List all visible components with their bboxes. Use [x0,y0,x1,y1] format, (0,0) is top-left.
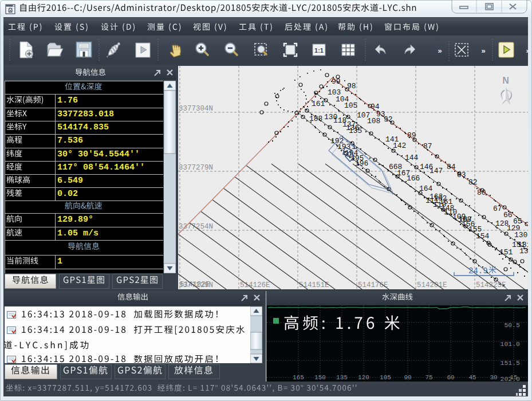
svg-text:87: 87 [423,142,432,151]
svg-text:1: 1 [352,143,356,151]
svg-text:82: 82 [468,178,478,187]
svg-text:»: » [481,46,485,55]
svg-text:514201E: 514201E [417,281,447,289]
svg-text:151: 151 [499,248,513,257]
svg-text:3377254N: 3377254N [179,223,213,231]
svg-text:99: 99 [332,77,341,86]
svg-text:514151E: 514151E [299,281,329,289]
svg-text:161: 161 [312,100,325,108]
svg-text:90: 90 [404,374,411,381]
svg-text:67: 67 [493,205,502,213]
svg-text:101.0: 101.0 [500,340,520,348]
svg-text:N: N [502,76,509,85]
svg-text:1:1: 1:1 [314,47,324,54]
svg-text:150: 150 [314,374,326,381]
svg-text:135: 135 [336,374,348,381]
svg-text:196: 196 [355,159,368,168]
svg-text:80: 80 [477,188,486,197]
svg-text:514225E: 514225E [476,281,506,289]
svg-text:50.5: 50.5 [504,321,520,329]
svg-text:84: 84 [447,163,456,171]
svg-text:83: 83 [457,171,466,179]
svg-text:105: 105 [344,101,357,110]
svg-text:166: 166 [407,174,420,183]
svg-text:131: 131 [518,241,528,249]
svg-text:3377279N: 3377279N [179,164,213,172]
svg-text:144: 144 [405,154,419,162]
svg-text:30: 30 [490,374,497,381]
svg-text:65: 65 [513,217,522,226]
svg-text:142: 142 [393,141,406,150]
svg-text:»: » [526,46,528,55]
svg-text:60: 60 [447,374,454,381]
svg-text:98: 98 [347,82,356,91]
svg-text:164: 164 [419,184,433,193]
svg-text:165: 165 [293,374,304,381]
svg-text:3377304N: 3377304N [179,105,213,113]
svg-text:154: 154 [476,232,490,241]
svg-text:24.9: 24.9 [468,266,488,276]
svg-text:130: 130 [514,231,527,239]
svg-text:161: 161 [439,198,453,206]
svg-text:15: 15 [510,374,517,381]
svg-text:75: 75 [425,374,432,381]
svg-text:188: 188 [309,115,322,123]
svg-text:151.5: 151.5 [500,359,520,367]
svg-text:66: 66 [503,211,513,219]
svg-text:147: 147 [429,167,443,175]
svg-text:120: 120 [358,374,369,381]
svg-text:514102E: 514102E [180,281,210,289]
svg-text:45: 45 [468,374,476,381]
svg-text:105: 105 [380,374,391,381]
svg-text:89: 89 [407,131,416,140]
svg-text:92: 92 [384,115,393,124]
svg-text:135: 135 [349,127,362,135]
svg-text:»: » [438,46,442,55]
